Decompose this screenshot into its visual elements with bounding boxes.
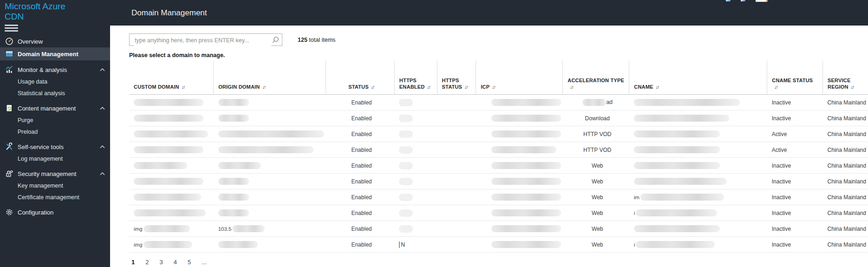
sort-icon[interactable]: ↓↑ xyxy=(371,84,374,90)
redacted-text xyxy=(134,162,187,169)
column-header-service_region[interactable]: SERVICEREGION↓↑ xyxy=(823,60,868,95)
cell-status: Enabled xyxy=(326,158,395,174)
sidebar-item-usage-data[interactable]: Usage data xyxy=(0,76,110,87)
sort-icon[interactable]: ↓↑ xyxy=(427,84,430,90)
sidebar-item-purge[interactable]: Purge xyxy=(0,114,110,126)
topbar-icon-partial-2[interactable] xyxy=(741,0,745,1)
redacted-text xyxy=(218,178,249,185)
column-header-acceleration_type[interactable]: ACCELERATION TYPE↓↑ xyxy=(563,60,629,95)
column-label-line: ↓↑ xyxy=(772,84,821,90)
table-row[interactable]: img103.5EnabledWebInactiveChina Mainland xyxy=(129,221,868,237)
column-header-cname[interactable]: CNAME↓↑ xyxy=(629,60,767,95)
sidebar-item-configuration[interactable]: Configuration xyxy=(0,206,110,218)
sort-icon[interactable]: ↓↑ xyxy=(262,84,266,90)
sidebar-item-label: Monitor & analysis xyxy=(18,66,67,73)
table-row[interactable]: EnabledWebInactiveChina Mainland xyxy=(129,158,868,174)
chevron-up-icon[interactable] xyxy=(100,145,105,149)
cell-custom-domain xyxy=(129,174,214,189)
table-row[interactable]: EnabledadInactiveChina Mainland xyxy=(129,95,868,111)
table-row[interactable]: EnabledWebInactiveChina Mainland xyxy=(129,174,868,189)
redacted-text xyxy=(218,162,261,169)
sidebar-item-self-service-tools[interactable]: Self-service tools xyxy=(0,141,110,153)
sidebar-item-log-management[interactable]: Log management xyxy=(0,153,110,164)
sidebar-item-certificate-management[interactable]: Certificate management xyxy=(0,191,110,203)
search-box xyxy=(129,33,282,46)
page-button-5[interactable]: 5 xyxy=(188,259,191,266)
chevron-up-icon[interactable] xyxy=(100,172,105,176)
page-button-3[interactable]: 3 xyxy=(159,259,163,266)
page-button-1[interactable]: 1 xyxy=(131,259,135,266)
column-header-icp[interactable]: ICP↓↑ xyxy=(476,60,563,95)
sort-icon[interactable]: ↓↑ xyxy=(182,84,185,90)
redacted-text xyxy=(218,146,313,153)
cell-https-status xyxy=(437,158,476,174)
total-label: total items xyxy=(307,37,335,43)
topbar-icon-partial-3[interactable] xyxy=(756,0,768,2)
column-label-line: HTTPS xyxy=(442,77,474,84)
search-input[interactable] xyxy=(134,34,271,46)
sort-icon[interactable]: ↓↑ xyxy=(492,84,495,90)
redacted-text xyxy=(134,115,203,122)
column-header-cname_status[interactable]: CNAME STATUS↓↑ xyxy=(767,60,823,95)
service-region-value: China Mainland xyxy=(828,99,866,106)
redacted-text xyxy=(491,162,561,169)
sidebar-item-monitor-analysis[interactable]: Monitor & analysis xyxy=(0,64,110,76)
redacted-text xyxy=(399,115,413,122)
topbar-icon-partial-1[interactable] xyxy=(726,0,731,1)
sort-icon[interactable]: ↓↑ xyxy=(851,84,854,90)
brand-logo: Microsoft Azure CDN xyxy=(5,1,110,22)
chevron-up-icon[interactable] xyxy=(100,68,105,72)
table-row[interactable]: EnabledHTTP VODActiveChina Mainland xyxy=(129,126,868,142)
table-row[interactable]: EnabledHTTP VODActiveChina Mainland xyxy=(129,142,868,158)
page-button-2[interactable]: 2 xyxy=(145,259,149,266)
page-button-4[interactable]: 4 xyxy=(174,259,177,266)
page-button-...[interactable]: ... xyxy=(202,259,207,266)
search-icon[interactable] xyxy=(272,36,279,44)
column-header-custom_domain[interactable]: CUSTOM DOMAIN↓↑ xyxy=(129,60,214,95)
cell-cname xyxy=(629,111,767,126)
cell-cname-status: Active xyxy=(767,142,823,158)
cell-acceleration-type: Web xyxy=(563,205,629,221)
sort-icon[interactable]: ↓↑ xyxy=(464,84,468,90)
cell-acceleration-type: Web xyxy=(563,174,629,189)
redacted-text xyxy=(134,194,201,201)
cell-custom-domain: img xyxy=(129,237,214,253)
sidebar-item-overview[interactable]: Overview xyxy=(0,35,110,47)
column-header-https_status[interactable]: HTTPSSTATUS↓↑ xyxy=(437,60,476,95)
redacted-text xyxy=(134,178,203,185)
sort-icon[interactable]: ↓↑ xyxy=(570,84,573,90)
cname-status-value: Active xyxy=(772,147,787,153)
cell-status: Enabled xyxy=(326,95,395,111)
chevron-up-icon[interactable] xyxy=(100,107,105,110)
hamburger-menu-icon[interactable] xyxy=(5,25,18,32)
brand-line1: Microsoft Azure xyxy=(5,1,110,12)
column-header-origin_domain[interactable]: ORIGIN DOMAIN↓↑ xyxy=(214,60,326,95)
column-header-https_enabled[interactable]: HTTPSENABLED↓↑ xyxy=(394,60,437,95)
redacted-text xyxy=(232,225,265,232)
cname-status-value: Inactive xyxy=(772,115,791,122)
sort-icon[interactable]: ↓↑ xyxy=(774,84,777,90)
table-row[interactable]: EnabledWebiInactiveChina Mainland xyxy=(129,205,868,221)
sidebar-item-content-management[interactable]: Content management xyxy=(0,102,110,114)
table-row[interactable]: EnabledDownloadInactiveChina Mainland xyxy=(129,111,868,126)
sidebar-item-security-management[interactable]: Security management xyxy=(0,168,110,180)
select-domain-note: Please select a domain to manage. xyxy=(129,52,868,59)
redacted-text xyxy=(134,209,206,216)
sort-icon[interactable]: ↓↑ xyxy=(656,84,659,90)
redacted-text xyxy=(640,194,724,201)
column-header-status[interactable]: STATUS↓↑ xyxy=(326,60,395,95)
sidebar-item-statistical-analysis[interactable]: Statistical analysis xyxy=(0,87,110,99)
sidebar-item-domain-management[interactable]: Domain Management xyxy=(0,47,110,60)
cname-status-value: Inactive xyxy=(772,178,791,185)
cell-origin-domain xyxy=(214,174,326,189)
redacted-text xyxy=(634,115,729,122)
sidebar-item-key-management[interactable]: Key management xyxy=(0,180,110,191)
table-row[interactable]: EnabledWebimInactiveChina Mainland xyxy=(129,189,868,205)
table-row[interactable]: imgEnabledNWebiInactiveChina Mainland xyxy=(129,237,868,253)
column-label-line: ORIGIN DOMAIN↓↑ xyxy=(218,84,324,90)
cell-acceleration-type: Download xyxy=(563,111,629,126)
cell-custom-domain xyxy=(129,126,214,142)
sidebar-item-preload[interactable]: Preload xyxy=(0,126,110,137)
cell-origin-domain xyxy=(214,142,326,158)
cell-origin-domain xyxy=(214,237,326,253)
